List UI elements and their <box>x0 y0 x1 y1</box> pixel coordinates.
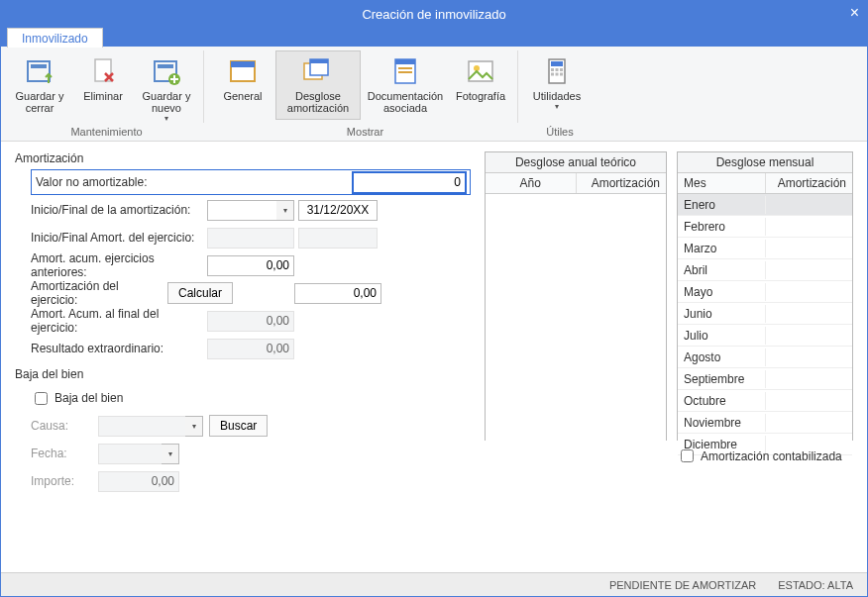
fecha-label: Fecha: <box>31 447 98 460</box>
save-new-icon <box>151 55 182 87</box>
guardar-nuevo-label: Guardar y nuevo <box>137 90 196 114</box>
ribbon-group-mantenimiento: Guardar y cerrar Eliminar Guardar y nuev… <box>7 50 206 141</box>
fecha-dropdown[interactable]: ▾ <box>162 444 179 464</box>
table-row[interactable]: Enero <box>678 194 852 216</box>
guardar-cerrar-button[interactable]: Guardar y cerrar <box>9 50 70 120</box>
acum-final-label: Amort. Acum. al final del ejercicio: <box>31 307 207 335</box>
grid-mensual-columns: Mes Amortización <box>678 173 852 194</box>
row-importe: Importe: <box>31 468 471 494</box>
documentacion-icon <box>389 55 421 87</box>
table-row[interactable]: Septiembre <box>678 368 852 390</box>
contabilizada-checkbox[interactable]: Amortización contabilizada <box>677 447 853 465</box>
desglose-label: Desglose amortización <box>276 90 360 114</box>
col-mes[interactable]: Mes <box>678 173 766 193</box>
contabilizada-checkbox-input[interactable] <box>681 449 694 462</box>
col-amort-anual[interactable]: Amortización <box>577 173 667 193</box>
baja-checkbox-label: Baja del bien <box>54 391 123 405</box>
amort-cell <box>766 443 853 447</box>
grid-mensual: Desglose mensual Mes Amortización EneroF… <box>677 151 853 441</box>
amort-cell <box>766 290 853 294</box>
row-ejercicio: Amortización del ejercicio: Calcular <box>31 280 471 306</box>
table-row[interactable]: Agosto <box>678 347 852 368</box>
mes-cell: Noviembre <box>678 414 766 432</box>
acum-anterior-input[interactable] <box>207 255 294 276</box>
guardar-nuevo-button[interactable]: Guardar y nuevo ▾ <box>136 50 197 120</box>
final-amort-input[interactable] <box>298 200 378 221</box>
amort-cell <box>766 312 853 316</box>
acum-anterior-label: Amort. acum. ejercicios anteriores: <box>31 251 207 279</box>
close-icon[interactable]: × <box>850 4 859 22</box>
baja-checkbox[interactable]: Baja del bien <box>31 389 123 408</box>
svg-rect-7 <box>231 61 255 67</box>
svg-rect-19 <box>551 68 554 71</box>
general-icon <box>227 55 259 87</box>
fotografia-button[interactable]: Fotografía <box>450 50 511 120</box>
table-row[interactable]: Marzo <box>678 238 852 259</box>
eliminar-label: Eliminar <box>83 90 123 102</box>
svg-rect-20 <box>556 68 559 71</box>
general-button[interactable]: General <box>212 50 273 120</box>
eliminar-button[interactable]: Eliminar <box>72 50 134 120</box>
amortizacion-heading: Amortización <box>15 151 471 165</box>
baja-heading: Baja del bien <box>15 367 471 381</box>
row-acum-anterior: Amort. acum. ejercicios anteriores: <box>31 252 471 278</box>
col-ano[interactable]: Año <box>486 173 577 193</box>
mes-cell: Marzo <box>678 240 766 257</box>
svg-rect-18 <box>551 61 563 66</box>
mes-cell: Mayo <box>678 283 766 301</box>
mes-cell: Octubre <box>678 392 766 410</box>
grid-mensual-body[interactable]: EneroFebreroMarzoAbrilMayoJunioJulioAgos… <box>678 194 852 455</box>
table-row[interactable]: Noviembre <box>678 412 852 434</box>
valor-no-amortizable-label: Valor no amortizable: <box>36 175 204 189</box>
amort-cell <box>766 421 853 425</box>
tabstrip: Inmovilizado <box>1 27 867 47</box>
table-row[interactable]: Mayo <box>678 281 852 303</box>
save-close-icon <box>24 55 55 87</box>
table-row[interactable]: Febrero <box>678 216 852 238</box>
table-row[interactable]: Abril <box>678 259 852 281</box>
buscar-button[interactable]: Buscar <box>209 415 268 437</box>
window-title: Creación de inmovilizado <box>362 7 505 22</box>
amort-cell <box>766 377 853 381</box>
window: Creación de inmovilizado × Inmovilizado … <box>0 0 868 597</box>
svg-rect-13 <box>398 67 412 69</box>
mes-cell: Agosto <box>678 348 766 366</box>
titlebar: Creación de inmovilizado × <box>1 1 867 27</box>
group-label-utiles: Útiles <box>546 123 574 141</box>
grid-anual-body[interactable] <box>486 194 666 451</box>
row-resultado: Resultado extraordinario: <box>31 336 471 361</box>
valor-no-amortizable-input[interactable] <box>353 172 466 193</box>
final-ej-input <box>298 228 378 249</box>
table-row[interactable]: Julio <box>678 325 852 347</box>
desglose-button[interactable]: Desglose amortización <box>275 50 361 120</box>
svg-rect-15 <box>469 61 492 81</box>
row-acum-final: Amort. Acum. al final del ejercicio: <box>31 308 471 334</box>
svg-rect-23 <box>556 73 559 76</box>
ejercicio-input[interactable] <box>294 283 381 304</box>
ribbon-group-mostrar: General Desglose amortización Documentac… <box>210 50 520 141</box>
col-amort-mensual[interactable]: Amortización <box>766 173 853 193</box>
right-column: Desglose anual teórico Año Amortización … <box>485 151 853 572</box>
utilidades-label: Utilidades <box>533 90 581 102</box>
calcular-button[interactable]: Calcular <box>167 282 233 304</box>
amort-cell <box>766 203 853 207</box>
table-row[interactable]: Octubre <box>678 390 852 412</box>
baja-checkbox-input[interactable] <box>35 392 48 405</box>
causa-dropdown[interactable]: ▾ <box>185 416 203 437</box>
grid-mensual-title: Desglose mensual <box>678 152 852 173</box>
documentacion-button[interactable]: Documentación asociada <box>363 50 448 120</box>
fecha-input[interactable] <box>98 444 162 464</box>
table-row[interactable]: Junio <box>678 303 852 325</box>
inicio-amort-dropdown[interactable]: ▾ <box>276 200 294 221</box>
row-valor-no-amortizable: Valor no amortizable: <box>31 169 471 195</box>
amort-cell <box>766 334 853 338</box>
utilidades-button[interactable]: Utilidades ▾ <box>526 50 588 120</box>
tab-inmovilizado[interactable]: Inmovilizado <box>7 28 103 48</box>
ribbon-group-utiles: Utilidades ▾ Útiles <box>524 50 596 141</box>
group-label-mostrar: Mostrar <box>347 123 383 141</box>
content: Amortización Valor no amortizable: Inici… <box>1 142 867 572</box>
inicio-amort-input[interactable] <box>207 200 276 221</box>
causa-input[interactable] <box>98 416 185 437</box>
amort-cell <box>766 355 853 359</box>
photo-icon <box>465 55 496 87</box>
